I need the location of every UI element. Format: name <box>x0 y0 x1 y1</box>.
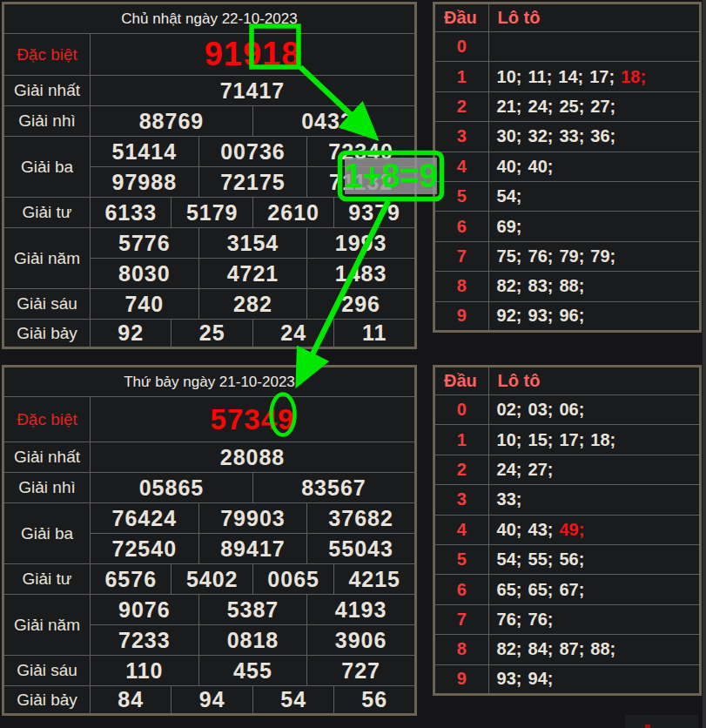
table-row: 665;65;67; <box>434 575 701 604</box>
prize-label: Giải bảy <box>3 320 91 348</box>
head-digit: 0 <box>434 395 489 425</box>
table-row: 002;03;06; <box>434 395 701 425</box>
results-table-sunday: Chủ nhật ngày 22-10-2023 Đặc biệt91918 G… <box>2 2 417 349</box>
prize-value: 97988 <box>91 167 199 198</box>
table-row: 440;40; <box>434 152 701 181</box>
prize-label: Giải năm <box>3 228 91 289</box>
loto-values: 93;94; <box>488 664 700 694</box>
head-digit: 0 <box>434 32 489 62</box>
prize-value: 11 <box>334 320 416 348</box>
prize-value: 296 <box>307 289 416 320</box>
table-row: Chủ nhật ngày 22-10-2023 <box>3 3 416 34</box>
prize-value: 28088 <box>91 442 416 473</box>
prize-value: 00736 <box>198 137 307 167</box>
head-digit: 8 <box>434 635 489 664</box>
head-digit: 1 <box>434 425 489 455</box>
prize-label: Giải sáu <box>3 289 91 320</box>
prize-label: Giải bảy <box>3 686 91 715</box>
column-header-dau: Đầu <box>434 3 489 32</box>
loto-values: 40;40; <box>488 152 700 181</box>
head-digit: 7 <box>434 604 489 634</box>
prize-value: 5776 <box>91 228 199 259</box>
prize-value: 110 <box>91 656 199 686</box>
table-row: 992;93;96; <box>434 301 701 331</box>
column-header-loto: Lô tô <box>488 3 700 32</box>
head-digit: 9 <box>434 301 489 331</box>
head-digit: 3 <box>434 485 489 515</box>
loto-values: 92;93;96; <box>488 301 700 331</box>
head-digit: 6 <box>434 575 489 604</box>
table-row: Giải bảy84945456 <box>3 686 416 715</box>
table-row: 330;32;33;36; <box>434 122 701 152</box>
prize-value: 3906 <box>307 625 416 656</box>
page-edge-strip <box>703 0 706 728</box>
prize-value: 1483 <box>307 259 416 289</box>
head-digit: 2 <box>434 455 489 484</box>
head-digit: 5 <box>434 181 489 211</box>
prize-value: 88769 <box>91 106 253 137</box>
date-title: Chủ nhật ngày 22-10-2023 <box>3 3 416 34</box>
prize-label: Giải nhất <box>3 76 91 106</box>
prize-label: Giải tư <box>3 198 91 228</box>
prize-value: 6576 <box>91 564 171 595</box>
loto-values: 75;76;79;79; <box>488 241 700 271</box>
prize-label: Giải ba <box>3 137 91 198</box>
prize-value: 84 <box>91 686 171 715</box>
prize-value: 7233 <box>91 625 199 656</box>
loto-values: 65;65;67; <box>488 575 700 604</box>
column-header-dau: Đầu <box>434 367 489 395</box>
prize-label: Giải tư <box>3 564 91 595</box>
table-row: 440;43;49; <box>434 515 701 544</box>
special-prize-value: 57349 <box>91 397 416 442</box>
table-row: 882;84;87;88; <box>434 635 701 664</box>
highlighted-loto-value: 18; <box>621 67 646 86</box>
prize-label: Đặc biệt <box>3 397 91 442</box>
table-row: 333; <box>434 485 701 515</box>
highlighted-loto-value: 49; <box>559 520 584 539</box>
table-row: 882;83;88; <box>434 272 701 301</box>
table-row: Đặc biệt91918 <box>3 34 416 76</box>
table-row: ĐầuLô tô <box>434 3 701 32</box>
loto-values: 54;55;56; <box>488 544 700 574</box>
prize-value: 9379 <box>334 198 416 228</box>
prize-value: 282 <box>198 289 307 320</box>
loto-values: 33; <box>488 485 700 515</box>
prize-value: 4193 <box>307 595 416 625</box>
prize-label: Giải năm <box>3 595 91 656</box>
prize-value: 54 <box>252 686 333 715</box>
prize-value: 37682 <box>307 503 416 534</box>
prize-value: 83567 <box>252 473 415 503</box>
column-header-loto: Lô tô <box>488 367 700 395</box>
head-digit: 3 <box>434 122 489 152</box>
loto-values: 02;03;06; <box>488 395 700 425</box>
partial-corner-red-mark <box>645 725 650 728</box>
head-digit: 6 <box>434 212 489 241</box>
prize-value: 71417 <box>91 76 416 106</box>
table-row: ĐầuLô tô <box>434 367 701 395</box>
loto-values: 54; <box>488 181 700 211</box>
prize-value: 72540 <box>91 534 199 564</box>
table-row: Giải nhất71417 <box>3 76 416 106</box>
table-row: 554;55;56; <box>434 544 701 574</box>
loto-values: 24;27; <box>488 455 700 484</box>
prize-value: 5179 <box>171 198 252 228</box>
loto-values: 82;83;88; <box>488 272 700 301</box>
date-title: Thứ bảy ngày 21-10-2023 <box>3 367 416 397</box>
head-digit: 4 <box>434 515 489 544</box>
prize-label: Giải nhì <box>3 106 91 137</box>
prize-value: 72175 <box>198 167 307 198</box>
table-row: Giải tư6576540200654215 <box>3 564 416 595</box>
prize-value: 8030 <box>91 259 199 289</box>
loto-head-table-saturday: ĐầuLô tô 002;03;06; 110;15;17;18; 224;27… <box>433 365 702 696</box>
head-digit: 1 <box>434 62 489 91</box>
loto-values: 76;76; <box>488 604 700 634</box>
table-row: Giải năm577631541993 <box>3 228 416 259</box>
prize-label: Giải nhì <box>3 473 91 503</box>
table-row: Giải năm907653874193 <box>3 595 416 625</box>
table-row: Giải sáu110455727 <box>3 656 416 686</box>
prize-value: 0818 <box>198 625 307 656</box>
prize-value: 5402 <box>171 564 252 595</box>
table-row: 993;94; <box>434 664 701 694</box>
prize-value: 71132 <box>307 167 416 198</box>
table-row: Giải bảy92252411 <box>3 320 416 348</box>
